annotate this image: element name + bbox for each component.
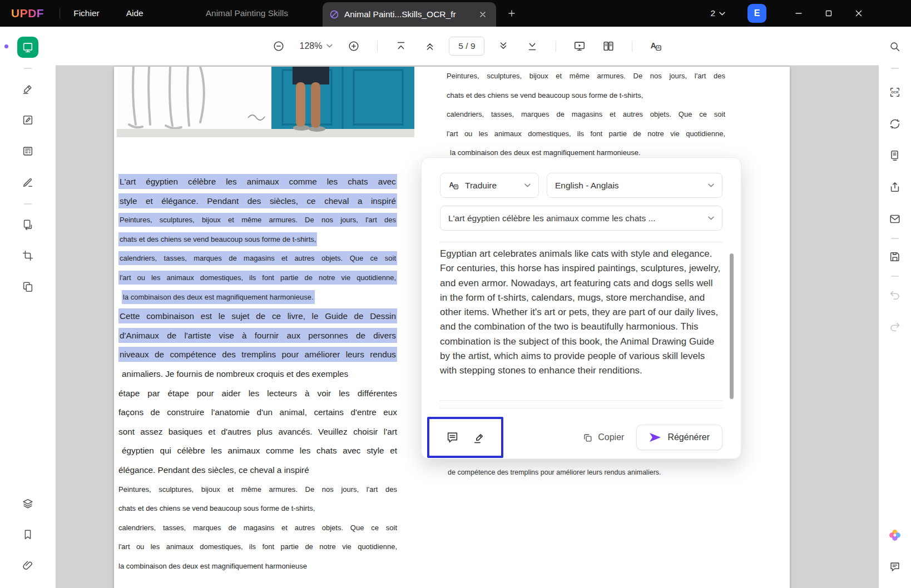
document-canvas: Peintures, sculptures, bijoux et même ar… [56,66,879,588]
edit-pdf-tool-button[interactable] [17,109,39,131]
maximize-button[interactable] [821,6,836,21]
ai-assistant-button[interactable] [884,524,906,546]
share-icon [889,181,901,193]
regenerate-button[interactable]: Régénérer [636,425,722,450]
tab-count-dropdown[interactable]: 2 [710,8,725,18]
undo-button[interactable] [884,283,906,306]
pdf-left-column: L'art égyptien célèbre les animaux comme… [118,172,399,576]
minimize-button[interactable] [791,6,806,21]
note-icon [445,431,459,445]
next-page-button[interactable] [493,36,513,56]
avatar[interactable]: E [747,4,766,23]
copy-pages-icon [22,281,34,293]
chevron-down-icon [326,44,333,48]
sign-tool-button[interactable] [17,171,39,193]
chevron-down-icon [708,183,714,187]
avatar-initial: E [754,8,760,18]
ocr-button[interactable]: OCR [884,81,906,103]
ocr-file-icon [329,9,339,19]
language-dropdown[interactable]: English - Anglais [547,173,722,198]
svg-text:A: A [449,181,454,189]
title-bar: UPDF Fichier Aide Animal Painting Skills… [0,0,911,27]
new-tab-button[interactable] [505,7,518,20]
previous-page-button[interactable] [420,36,440,56]
divider [556,41,556,52]
tab-close-icon[interactable] [476,8,489,21]
extract-tool-button[interactable] [17,276,39,298]
bookmark-button[interactable] [17,524,39,546]
comments-panel-button[interactable] [884,556,906,578]
search-button[interactable] [884,36,906,58]
comment-icon [889,561,901,573]
popup-actions: Copier Régénérer [440,416,722,459]
zoom-level-dropdown[interactable]: 128% [298,41,335,51]
page-organize-tool-button[interactable] [17,140,39,162]
zoom-in-icon [348,40,360,52]
pdf-text-line: Cette combinaison est le sujet de ce liv… [118,307,399,326]
go-to-bottom-icon [526,40,538,52]
comment-tool-button[interactable] [17,78,39,100]
email-button[interactable] [884,208,906,230]
document-area: 128% 5 / 9 A [56,27,879,588]
pdf-text-line: calendriers, tasses, marques de magasins… [447,105,727,124]
save-button[interactable] [884,246,906,268]
left-toolbar [0,27,56,588]
popup-scrollbar[interactable] [730,253,734,399]
zoom-in-button[interactable] [344,36,364,56]
double-chevron-down-icon [497,40,509,52]
annotation-highlight-box [427,417,503,458]
redo-button[interactable] [884,315,906,337]
svg-text:OCR: OCR [891,91,899,94]
first-page-button[interactable] [391,36,411,56]
menu-aide[interactable]: Aide [113,8,157,18]
pdf-text-line: chats et des chiens se vend beaucoup sou… [118,230,399,250]
copy-button[interactable]: Copier [582,432,624,443]
page-layout-button[interactable] [598,36,618,56]
crop-tool-button[interactable] [17,245,39,267]
convert-file-button[interactable] [884,113,906,135]
pdf-text-line: d'Animaux de l'artiste vise à fournir au… [118,326,399,346]
translation-result[interactable]: Egyptian art celebrates animals like cat… [440,242,722,408]
pdf-text-line: Peintures, sculptures, bijoux et même ar… [118,211,399,230]
tab-active[interactable]: Animal Painti...Skills_OCR_fr [323,2,496,27]
layers-button[interactable] [17,492,39,515]
menu-fichier[interactable]: Fichier [60,8,113,18]
pdf-text-line: chats et des chiens se vend beaucoup sou… [447,86,727,106]
zoom-out-button[interactable] [269,36,289,56]
pdf-text-line: chats et des chiens se vend beaucoup sou… [118,499,399,519]
reader-mode-button[interactable] [17,37,38,58]
close-button[interactable] [851,6,867,21]
pdf-text-line: l'art ou les animaux domestiques, ils fo… [118,537,399,557]
reader-icon [22,41,34,53]
share-button[interactable] [884,176,906,198]
redo-icon [889,320,901,332]
pdf-right-column: Peintures, sculptures, bijoux et même ar… [447,67,727,163]
page-indicator[interactable]: 5 / 9 [449,37,484,56]
presentation-button[interactable] [570,36,590,56]
summarize-file-button[interactable] [884,144,906,167]
search-icon [889,41,901,53]
file-refresh-icon [889,150,901,162]
divider [891,68,899,69]
updf-logo[interactable]: UPDF [11,7,44,20]
pdf-text-line: l'art ou les animaux domestiques, ils fo… [447,124,727,144]
last-page-button[interactable] [522,36,542,56]
zoom-level: 128% [300,41,323,51]
double-chevron-up-icon [424,40,436,52]
source-text-dropdown[interactable]: L'art égyptien célèbre les animaux comme… [440,206,722,231]
convert-tool-button[interactable] [17,213,39,236]
highlight-button[interactable] [472,431,486,445]
pdf-text-line: Peintures, sculptures, bijoux et même ar… [447,67,727,86]
add-note-button[interactable] [445,431,459,445]
divider [24,203,32,205]
tab-inactive[interactable]: Animal Painting Skills [206,8,288,18]
translation-text: Egyptian art celebrates animals like cat… [440,247,721,378]
svg-text:A: A [651,41,656,49]
mode-dropdown[interactable]: A Traduire [440,173,539,198]
pdf-text-line: sont assez basiques et d'autres plus ava… [118,422,399,442]
language-label: English - Anglais [555,181,619,191]
attachment-button[interactable] [17,555,39,577]
translate-toolbar-button[interactable]: A [646,36,666,56]
pdf-text-line: égyptien qui célèbre les animaux comme l… [118,441,399,461]
pdf-text-line: L'art égyptien célèbre les animaux comme… [118,172,399,192]
